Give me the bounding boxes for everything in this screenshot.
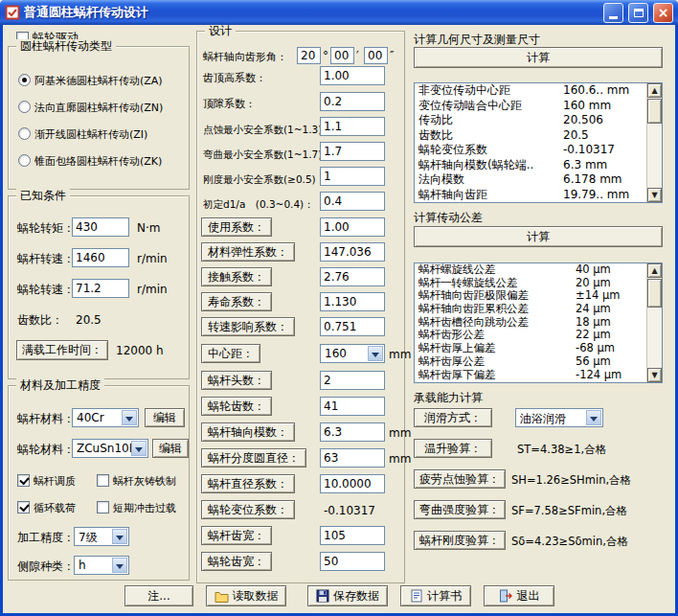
pressure-angle-sec-input[interactable] (364, 47, 388, 64)
d1a-ratio-input[interactable] (320, 192, 385, 211)
calc-geometry-button[interactable]: 计算 (414, 47, 663, 68)
contact-coeff-input[interactable] (320, 267, 385, 286)
radio-type-zk[interactable] (18, 154, 31, 167)
save-data-button[interactable]: 保存数据 (307, 585, 388, 606)
scroll-up-button[interactable]: ▲ (647, 83, 662, 98)
pitting-check-button[interactable]: 疲劳点蚀验算： (414, 469, 506, 489)
radio-type-zi[interactable] (18, 127, 31, 140)
tolerance-results-list[interactable]: 蜗杆螺旋线公差40 μm 蜗杆一转螺旋线公差20 μm 蜗杆轴向齿距极限偏差±1… (414, 262, 663, 383)
contact-coeff-button[interactable]: 接触系数： (201, 267, 272, 286)
lubrication-mode-button[interactable]: 润滑方式： (414, 408, 492, 427)
dropdown-arrow-icon[interactable] (131, 441, 147, 456)
life-factor-input[interactable] (320, 292, 385, 311)
worm-tempered-checkbox[interactable] (17, 474, 30, 487)
pressure-angle-deg-input[interactable] (297, 47, 321, 64)
list-item[interactable]: 蜗杆一转螺旋线公差20 μm (415, 277, 662, 290)
geometry-results-list[interactable]: 非变位传动中心距160.6.. mm 变位传动啮合中心距160 mm 传动比20… (414, 82, 663, 203)
shift-coeff-button[interactable]: 蜗轮变位系数： (201, 500, 295, 519)
close-button[interactable]: × (653, 3, 673, 23)
bending-check-button[interactable]: 弯曲强度验算： (414, 500, 506, 519)
precision-select[interactable]: 7级 (74, 527, 129, 546)
list-item[interactable]: 蜗杆齿形公差22 μm (415, 329, 662, 342)
pitch-diameter-input[interactable] (320, 448, 385, 468)
list-item[interactable]: 齿数比20.5 (415, 128, 662, 144)
list-item[interactable]: 非变位传动中心距160.6.. mm (415, 83, 662, 99)
wheel-teeth-button[interactable]: 蜗轮齿数： (201, 397, 272, 416)
exit-button[interactable]: 退出 (484, 585, 554, 606)
list-item[interactable]: 蜗杆齿厚上偏差-68 μm (415, 342, 662, 355)
maximize-button[interactable] (628, 3, 648, 23)
radio-type-za[interactable] (18, 74, 31, 86)
shock-overload-checkbox[interactable] (97, 501, 109, 513)
edit-wheel-material-button[interactable]: 编辑 (152, 439, 189, 458)
dropdown-arrow-icon[interactable] (112, 529, 127, 544)
list-item[interactable]: 蜗杆轴向齿距累积公差24 μm (415, 303, 662, 316)
speed-factor-input[interactable] (320, 317, 385, 336)
worm-facewidth-input[interactable] (320, 526, 385, 545)
scroll-down-button[interactable]: ▼ (647, 188, 662, 202)
report-button[interactable]: 计算书 (400, 585, 471, 606)
addendum-coeff-input[interactable] (320, 66, 385, 85)
dropdown-arrow-icon[interactable] (586, 410, 601, 425)
bending-safety-input[interactable] (320, 142, 385, 161)
stiffness-safety-input[interactable] (320, 167, 385, 186)
usage-factor-button[interactable]: 使用系数： (201, 217, 272, 237)
elastic-coeff-button[interactable]: 材料弹性系数： (201, 242, 295, 262)
list-item[interactable]: 蜗杆螺旋线公差40 μm (415, 263, 662, 277)
center-distance-button[interactable]: 中心距： (201, 344, 260, 363)
note-button[interactable]: 注... (124, 585, 193, 606)
calc-tolerance-button[interactable]: 计算 (414, 226, 663, 247)
worm-speed-input[interactable] (72, 248, 129, 267)
wheel-facewidth-button[interactable]: 蜗轮齿宽： (201, 552, 272, 571)
wheel-material-select[interactable]: ZCuSn10P (72, 439, 148, 458)
dropdown-arrow-icon[interactable] (122, 410, 137, 425)
list-item[interactable]: 蜗杆齿厚公差56 μm (415, 355, 662, 369)
dropdown-arrow-icon[interactable] (368, 346, 383, 361)
lubrication-select[interactable]: 油浴润滑 (515, 408, 603, 427)
wheel-teeth-input[interactable] (320, 397, 385, 416)
wheel-speed-input[interactable] (72, 279, 129, 298)
list-item[interactable]: 蜗杆轴向模数(蜗轮端..6.3 mm (415, 158, 662, 173)
worm-starts-input[interactable] (320, 371, 385, 390)
pitch-diameter-button[interactable]: 蜗杆分度圆直径： (201, 448, 306, 468)
edit-worm-material-button[interactable]: 编辑 (145, 408, 185, 427)
temp-check-button[interactable]: 温升验算： (414, 439, 492, 458)
grey-cast-iron-checkbox[interactable] (97, 474, 109, 487)
cyclic-load-checkbox[interactable] (17, 501, 30, 513)
stiffness-check-button[interactable]: 蜗杆刚度验算： (414, 531, 506, 550)
minimize-button[interactable] (603, 3, 623, 23)
read-data-button[interactable]: 读取数据 (206, 585, 286, 606)
life-factor-button[interactable]: 寿命系数： (201, 292, 272, 311)
center-distance-select[interactable]: 160 (320, 344, 385, 363)
scroll-thumb[interactable] (647, 99, 662, 124)
scroll-thumb[interactable] (647, 279, 662, 308)
list-item[interactable]: 法向模数6.178 mm (415, 172, 662, 188)
full-load-time-button[interactable]: 满载工作时间： (16, 340, 108, 360)
list-item[interactable]: 蜗杆齿槽径向跳动公差18 μm (415, 316, 662, 330)
axial-module-button[interactable]: 蜗杆轴向模数： (201, 422, 295, 442)
scrollbar[interactable]: ▲ ▼ (646, 83, 662, 202)
list-item[interactable]: 变位传动啮合中心距160 mm (415, 99, 662, 114)
pitting-safety-input[interactable] (320, 117, 385, 136)
worm-facewidth-button[interactable]: 蜗杆齿宽： (201, 526, 272, 545)
diameter-quotient-input[interactable] (320, 474, 385, 493)
wheel-torque-input[interactable] (72, 217, 129, 237)
list-item[interactable]: 传动比20.506 (415, 113, 662, 128)
scroll-up-button[interactable]: ▲ (647, 263, 662, 278)
clearance-coeff-input[interactable] (320, 92, 385, 111)
list-item[interactable]: 蜗杆轴向齿距19.79.. mm (415, 188, 662, 203)
speed-factor-button[interactable]: 转速影响系数： (201, 317, 295, 336)
usage-factor-input[interactable] (320, 217, 385, 237)
list-item[interactable]: 蜗杆齿厚下偏差-124 μm (415, 369, 662, 382)
radio-type-zn[interactable] (18, 101, 31, 113)
diameter-quotient-button[interactable]: 蜗杆直径系数： (201, 474, 295, 493)
list-item[interactable]: 蜗杆轴向齿距极限偏差±14 μm (415, 289, 662, 303)
worm-starts-button[interactable]: 蜗杆头数： (201, 371, 272, 390)
axial-module-input[interactable] (320, 422, 385, 442)
list-item[interactable]: 蜗轮变位系数-0.10317 (415, 143, 662, 158)
scrollbar[interactable]: ▲ ▼ (646, 263, 662, 382)
wheel-facewidth-input[interactable] (320, 552, 385, 571)
scroll-down-button[interactable]: ▼ (647, 368, 662, 382)
elastic-coeff-input[interactable] (320, 242, 385, 262)
worm-material-select[interactable]: 40Cr (72, 408, 139, 427)
